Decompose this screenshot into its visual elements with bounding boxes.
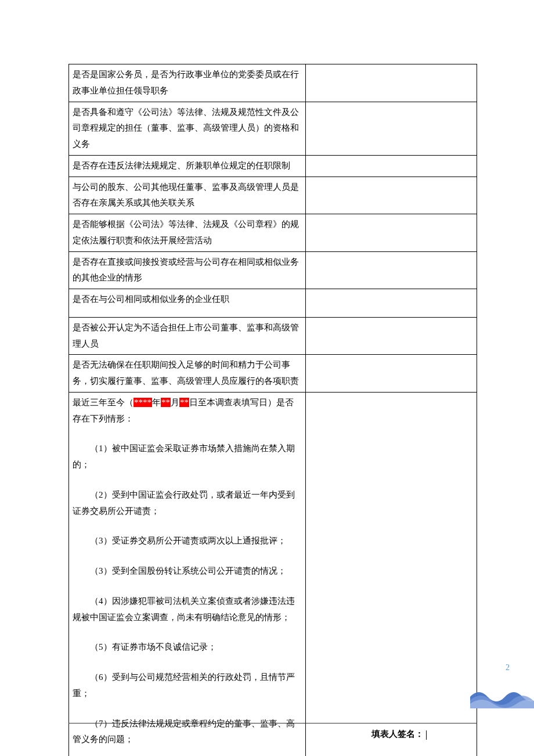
footer-rule — [68, 723, 477, 723]
highlight-month: ** — [161, 398, 171, 407]
list-item: （2）受到中国证监会行政处罚，或者最近一年内受到证券交易所公开谴责； — [73, 487, 302, 520]
list-item: （3）受证券交易所公开谴责或两次以上通报批评； — [73, 533, 302, 549]
table-row: 与公司的股东、公司其他现任董事、监事及高级管理人员是否存在亲属关系或其他关联关系 — [69, 177, 477, 214]
wave-decoration-icon — [470, 684, 534, 708]
answer-cell — [305, 214, 477, 252]
footer-signature-label: 填表人签名： — [371, 729, 427, 740]
question-cell: 是否是国家公务员，是否为行政事业单位的党委委员或在行政事业单位担任领导职务 — [69, 64, 306, 102]
question-lead: 最近三年至今（****年**月**日至本调查表填写日）是否存在下列情形： — [73, 395, 302, 427]
lead-text: 年 — [152, 398, 161, 407]
table-row: 是否能够根据《公司法》等法律、法规及《公司章程》的规定依法履行职责和依法开展经营… — [69, 214, 477, 252]
questionnaire-table: 是否是国家公务员，是否为行政事业单位的党委委员或在行政事业单位担任领导职务 是否… — [68, 64, 477, 756]
table-row: 是否存在直接或间接投资或经营与公司存在相同或相似业务的其他企业的情形 — [69, 251, 477, 289]
answer-cell — [305, 289, 477, 318]
table-row: 是否具备和遵守《公司法》等法律、法规及规范性文件及公司章程规定的担任（董事、监事… — [69, 102, 477, 155]
answer-cell — [305, 355, 477, 393]
table-row: 最近三年至今（****年**月**日至本调查表填写日）是否存在下列情形： （1）… — [69, 392, 477, 756]
lead-text: 月 — [171, 398, 179, 407]
answer-cell — [305, 155, 477, 177]
question-cell: 是否被公开认定为不适合担任上市公司董事、监事和高级管理人员 — [69, 317, 306, 355]
list-item: （4）因涉嫌犯罪被司法机关立案侦查或者涉嫌违法违规被中国证监会立案调查，尚未有明… — [73, 593, 302, 626]
question-cell: 是否存在违反法律法规规定、所兼职单位规定的任职限制 — [69, 155, 306, 177]
page-number: 2 — [506, 663, 510, 672]
table-row: 是否是国家公务员，是否为行政事业单位的党委委员或在行政事业单位担任领导职务 — [69, 64, 477, 102]
answer-cell — [305, 177, 477, 214]
answer-cell — [305, 64, 477, 102]
list-item: （6）受到与公司规范经营相关的行政处罚，且情节严重； — [73, 669, 302, 702]
list-item: （3）受到全国股份转让系统公司公开谴责的情况； — [73, 563, 302, 579]
answer-cell — [305, 317, 477, 355]
footer-label-text: 填表人签名： — [371, 729, 424, 739]
highlight-year: **** — [134, 398, 152, 407]
list-item: （7）违反法律法规规定或章程约定的董事、监事、高管义务的问题； — [73, 716, 302, 748]
question-cell: 与公司的股东、公司其他现任董事、监事及高级管理人员是否存在亲属关系或其他关联关系 — [69, 177, 306, 214]
answer-cell — [305, 392, 477, 756]
question-cell: 是否无法确保在任职期间投入足够的时间和精力于公司事务，切实履行董事、监事、高级管… — [69, 355, 306, 393]
table-row: 是否在与公司相同或相似业务的企业任职 — [69, 289, 477, 318]
table-row: 是否存在违反法律法规规定、所兼职单位规定的任职限制 — [69, 155, 477, 177]
answer-cell — [305, 102, 477, 155]
list-item: （1）被中国证监会采取证券市场禁入措施尚在禁入期的； — [73, 441, 302, 473]
table-row: 是否被公开认定为不适合担任上市公司董事、监事和高级管理人员 — [69, 317, 477, 355]
question-cell: 是否在与公司相同或相似业务的企业任职 — [69, 289, 306, 318]
highlight-day: ** — [179, 398, 189, 407]
sub-items: （1）被中国证监会采取证券市场禁入措施尚在禁入期的； （2）受到中国证监会行政处… — [73, 441, 302, 748]
lead-text: 最近三年至今（ — [73, 398, 134, 407]
table-row: 是否无法确保在任职期间投入足够的时间和精力于公司事务，切实履行董事、监事、高级管… — [69, 355, 477, 393]
question-cell: 是否能够根据《公司法》等法律、法规及《公司章程》的规定依法履行职责和依法开展经营… — [69, 214, 306, 252]
list-item: （5）有证券市场不良诚信记录； — [73, 639, 302, 656]
text-cursor-icon — [426, 730, 427, 740]
question-cell: 是否存在直接或间接投资或经营与公司存在相同或相似业务的其他企业的情形 — [69, 251, 306, 289]
question-cell: 是否具备和遵守《公司法》等法律、法规及规范性文件及公司章程规定的担任（董事、监事… — [69, 102, 306, 155]
answer-cell — [305, 251, 477, 289]
question-cell: 最近三年至今（****年**月**日至本调查表填写日）是否存在下列情形： （1）… — [69, 392, 306, 756]
